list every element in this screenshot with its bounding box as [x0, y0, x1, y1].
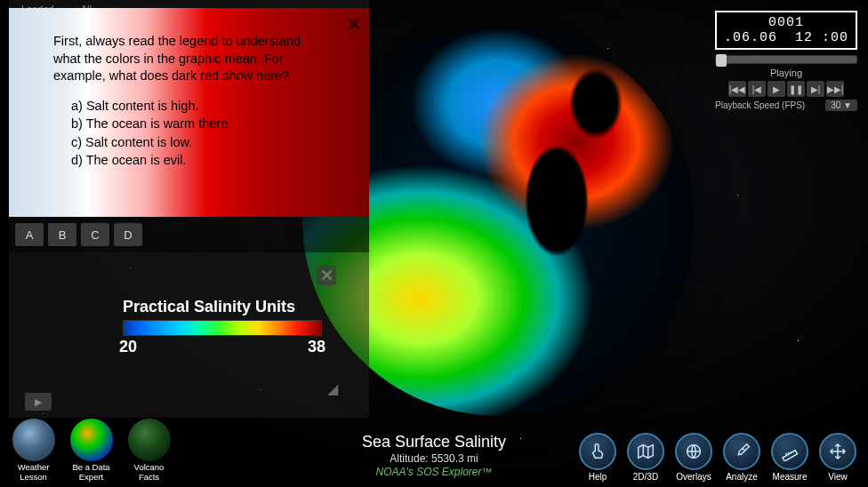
skip-start-icon: |◀◀ — [729, 84, 746, 94]
dataset-label: Be a Data Expert — [67, 463, 116, 482]
skip-end-button[interactable]: ▶▶| — [826, 81, 844, 97]
skip-start-button[interactable]: |◀◀ — [728, 81, 746, 97]
globe-thumb-icon — [70, 419, 113, 461]
option-a: a) Salt content is high. — [71, 98, 325, 116]
legend-max: 38 — [308, 338, 326, 356]
tool-buttons: Help 2D/3D Overlays Analyze Measure View — [576, 433, 859, 482]
map-icon — [636, 442, 655, 461]
globe-thumb-icon — [12, 419, 55, 461]
tool-label: View — [816, 472, 859, 482]
answer-a-button[interactable]: A — [15, 223, 44, 246]
dataset-thumbnails: Weather Lesson Be a Data Expert Volcano … — [9, 419, 173, 482]
legend-title: Practical Salinity Units — [123, 298, 338, 316]
playback-status: Playing — [715, 68, 857, 78]
seek-thumb[interactable] — [716, 54, 727, 67]
tool-label: 2D/3D — [624, 472, 667, 482]
answer-c-button[interactable]: C — [81, 223, 109, 246]
arrows-icon — [828, 442, 848, 461]
tool-label: Help — [576, 472, 619, 482]
pause-button[interactable]: ❚❚ — [787, 81, 805, 97]
resize-handle-icon[interactable]: ◢ — [327, 380, 338, 397]
answer-d-button[interactable]: D — [114, 223, 142, 246]
answer-row: A B C D — [9, 217, 369, 252]
question-options: a) Salt content is high. b) The ocean is… — [53, 98, 325, 170]
eyedropper-icon — [732, 442, 751, 461]
step-forward-icon: ▶| — [811, 84, 821, 94]
tool-label: Analyze — [720, 472, 763, 482]
question-prompt: First, always read the legend to underst… — [53, 33, 325, 85]
help-button[interactable]: Help — [576, 433, 619, 482]
time-display: 0001 .06.06 12 :00 — [715, 11, 857, 50]
ruler-icon — [780, 442, 800, 461]
2d3d-button[interactable]: 2D/3D — [624, 433, 667, 482]
option-c: c) Salt content is low. — [71, 134, 325, 152]
question-panel: ✕ First, always read the legend to under… — [9, 8, 369, 252]
step-back-icon: |◀ — [752, 84, 762, 94]
measure-button[interactable]: Measure — [768, 433, 811, 482]
dataset-be-a-data-expert[interactable]: Be a Data Expert — [67, 419, 116, 482]
legend-colorbar — [123, 320, 322, 336]
svg-rect-1 — [783, 451, 798, 461]
play-icon: ▶ — [35, 396, 42, 408]
dataset-label: Weather Lesson — [9, 463, 58, 482]
step-forward-button[interactable]: ▶| — [807, 81, 824, 97]
transport-controls: |◀◀ |◀ ▶ ❚❚ ▶| ▶▶| — [715, 81, 857, 97]
pause-icon: ❚❚ — [789, 84, 803, 94]
speed-label: Playback Speed (FPS) — [715, 100, 805, 110]
dataset-title: Sea Surface Salinity — [362, 433, 506, 451]
analyze-button[interactable]: Analyze — [720, 433, 763, 482]
option-b: b) The ocean is warm there. — [71, 116, 325, 133]
globe-icon — [684, 442, 703, 461]
skip-end-icon: ▶▶| — [827, 84, 844, 94]
altitude-readout: Altitude: 5530.3 mi — [362, 452, 506, 465]
answer-b-button[interactable]: B — [48, 223, 76, 246]
play-button[interactable]: ▶ — [768, 81, 785, 97]
legend-close-icon[interactable]: ✕ — [317, 266, 336, 285]
source-credit: NOAA's SOS Explorer™ — [362, 466, 506, 478]
play-icon: ▶ — [773, 84, 780, 94]
dataset-weather-lesson[interactable]: Weather Lesson — [9, 419, 58, 482]
playback-panel: 0001 .06.06 12 :00 Playing |◀◀ |◀ ▶ ❚❚ ▶… — [715, 11, 857, 111]
legend-panel: ✕ Practical Salinity Units 20 38 ◢ — [107, 262, 338, 356]
dataset-title-block: Sea Surface Salinity Altitude: 5530.3 mi… — [362, 433, 506, 478]
legend-min: 20 — [119, 338, 137, 356]
play-small-button[interactable]: ▶ — [25, 393, 52, 411]
option-d: d) The ocean is evil. — [71, 152, 325, 170]
question-body: ✕ First, always read the legend to under… — [9, 8, 369, 217]
tool-label: Overlays — [672, 472, 715, 482]
hand-tap-icon — [588, 442, 607, 461]
dataset-label: Volcano Facts — [125, 463, 173, 482]
close-icon[interactable]: ✕ — [346, 12, 362, 38]
overlays-button[interactable]: Overlays — [672, 433, 715, 482]
seek-slider[interactable] — [715, 55, 857, 64]
dataset-volcano-facts[interactable]: Volcano Facts — [125, 419, 173, 482]
tool-label: Measure — [768, 472, 811, 482]
speed-dropdown[interactable]: 30 ▼ — [825, 100, 857, 111]
view-button[interactable]: View — [816, 433, 859, 482]
globe-thumb-icon — [128, 419, 171, 461]
step-back-button[interactable]: |◀ — [748, 81, 766, 97]
